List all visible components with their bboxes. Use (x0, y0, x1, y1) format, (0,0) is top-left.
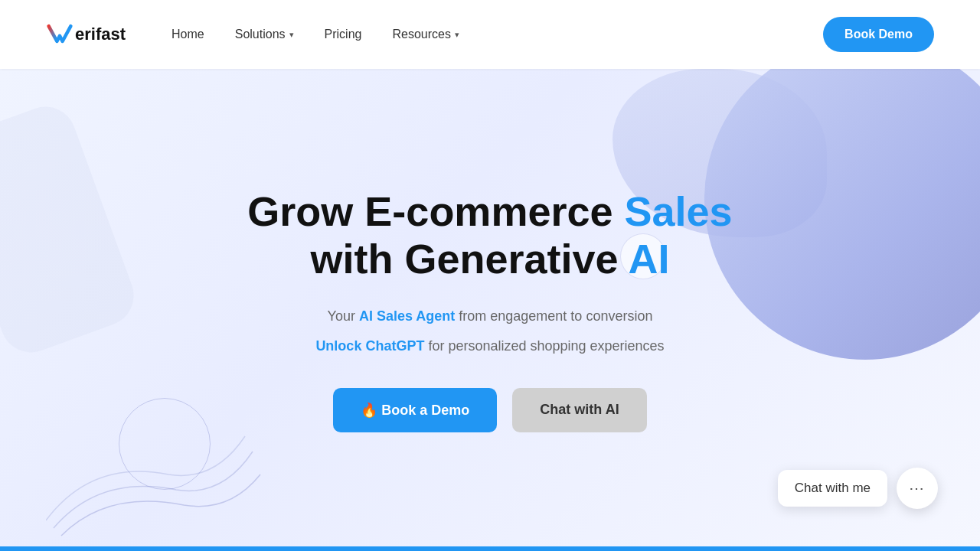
nav-home[interactable]: Home (172, 28, 204, 41)
book-demo-nav-button[interactable]: Book Demo (823, 17, 934, 52)
nav-pricing[interactable]: Pricing (325, 28, 362, 41)
logo-text: erifast (75, 24, 126, 44)
left-strip-shape (0, 98, 142, 360)
curved-lines-shape (46, 398, 276, 551)
hero-content: Grow E-commerce Sales with Generative AI… (247, 187, 732, 432)
nav-links: Home Solutions ▾ Pricing Resources ▾ (172, 28, 823, 41)
chat-dots-icon: ⋯ (909, 479, 926, 497)
logo-icon (46, 21, 74, 48)
large-circle-shape (704, 69, 980, 360)
solutions-chevron-icon: ▾ (289, 30, 294, 40)
hero-subtitle-2: Unlock ChatGPT for personalized shopping… (247, 335, 732, 357)
hero-subtitle-1: Your AI Sales Agent from engagement to c… (247, 305, 732, 328)
navbar: erifast Home Solutions ▾ Pricing Resourc… (0, 0, 980, 69)
nav-resources[interactable]: Resources ▾ (392, 28, 459, 41)
chat-bubble: Chat with me (778, 470, 887, 507)
chat-widget: Chat with me ⋯ (778, 468, 938, 509)
hero-buttons: 🔥 Book a Demo Chat with AI (247, 388, 732, 432)
chat-ai-button[interactable]: Chat with AI (512, 388, 646, 432)
logo-link[interactable]: erifast (46, 21, 126, 48)
nav-solutions[interactable]: Solutions ▾ (235, 28, 294, 41)
chat-icon-button[interactable]: ⋯ (897, 468, 938, 509)
bottom-bar (0, 546, 980, 551)
hero-section: Grow E-commerce Sales with Generative AI… (0, 69, 980, 551)
bottom-left-circle-shape (119, 398, 211, 490)
hero-title: Grow E-commerce Sales with Generative AI (247, 187, 732, 282)
book-demo-hero-button[interactable]: 🔥 Book a Demo (333, 388, 497, 432)
resources-chevron-icon: ▾ (455, 30, 459, 40)
